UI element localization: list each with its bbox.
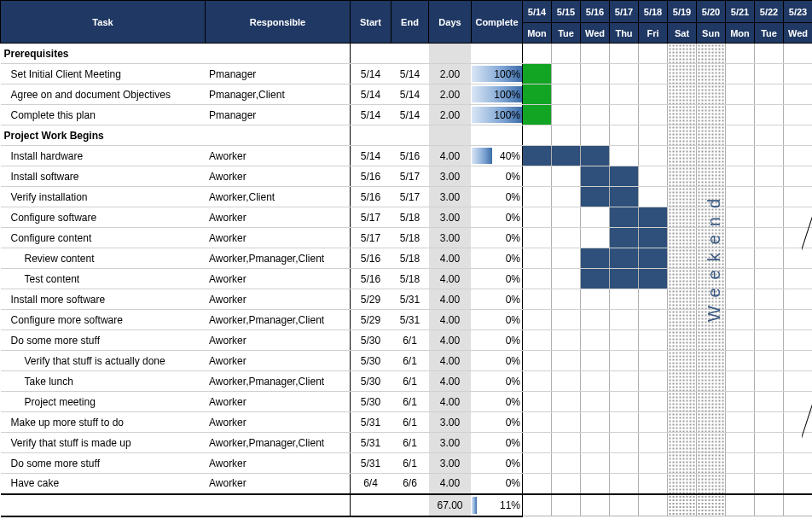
col-dow[interactable]: Wed [581, 23, 610, 44]
gantt-cell[interactable] [523, 64, 552, 85]
col-end[interactable]: End [392, 1, 429, 44]
gantt-cell[interactable] [581, 85, 610, 105]
gantt-cell[interactable] [552, 453, 581, 474]
gantt-cell[interactable] [726, 412, 755, 433]
gantt-cell[interactable] [610, 310, 639, 330]
gantt-cell[interactable] [726, 105, 755, 125]
gantt-cell[interactable] [784, 125, 813, 146]
task-days[interactable]: 4.00 [429, 330, 472, 351]
gantt-cell[interactable] [523, 330, 552, 351]
gantt-cell[interactable] [610, 433, 639, 453]
task-days[interactable]: 4.00 [429, 351, 472, 371]
task-end[interactable]: 5/18 [392, 228, 429, 248]
gantt-cell[interactable] [784, 228, 813, 248]
gantt-cell[interactable] [755, 44, 784, 64]
col-task[interactable]: Task [1, 1, 206, 44]
gantt-cell[interactable] [726, 433, 755, 453]
task-start[interactable]: 5/16 [351, 269, 392, 289]
gantt-cell[interactable] [668, 44, 697, 64]
task-start[interactable]: 5/30 [351, 351, 392, 371]
task-end[interactable]: 5/18 [392, 248, 429, 269]
task-end[interactable]: 6/1 [392, 453, 429, 474]
gantt-cell[interactable] [610, 474, 639, 494]
gantt-cell[interactable] [668, 125, 697, 146]
gantt-cell[interactable] [784, 351, 813, 371]
gantt-cell[interactable] [581, 371, 610, 392]
task-name[interactable]: Verify that stuff is made up [1, 433, 206, 453]
col-date[interactable]: 5/14 [523, 1, 552, 23]
gantt-cell[interactable] [755, 371, 784, 392]
gantt-cell[interactable] [726, 146, 755, 166]
gantt-cell[interactable] [639, 44, 668, 64]
gantt-cell[interactable] [726, 269, 755, 289]
task-start[interactable]: 5/14 [351, 105, 392, 125]
gantt-cell[interactable] [552, 474, 581, 494]
gantt-cell[interactable] [639, 412, 668, 433]
task-end[interactable]: 5/17 [392, 166, 429, 187]
col-dow[interactable]: Thu [610, 23, 639, 44]
gantt-cell[interactable] [581, 64, 610, 85]
gantt-cell[interactable] [697, 64, 726, 85]
col-date[interactable]: 5/15 [552, 1, 581, 23]
gantt-cell[interactable] [523, 166, 552, 187]
gantt-cell[interactable] [755, 228, 784, 248]
gantt-cell[interactable] [726, 207, 755, 228]
gantt-cell[interactable] [552, 146, 581, 166]
gantt-cell[interactable] [639, 392, 668, 412]
gantt-cell[interactable] [610, 125, 639, 146]
gantt-cell[interactable] [523, 412, 552, 433]
gantt-cell[interactable] [668, 146, 697, 166]
col-days[interactable]: Days [429, 1, 472, 44]
task-complete[interactable]: 0% [472, 166, 523, 187]
gantt-cell[interactable] [581, 166, 610, 187]
gantt-cell[interactable] [610, 44, 639, 64]
gantt-cell[interactable] [697, 269, 726, 289]
gantt-cell[interactable] [639, 64, 668, 85]
task-complete[interactable]: 0% [472, 310, 523, 330]
task-days[interactable]: 3.00 [429, 453, 472, 474]
gantt-cell[interactable] [697, 44, 726, 64]
task-name[interactable]: Make up more stuff to do [1, 412, 206, 433]
gantt-cell[interactable] [697, 474, 726, 494]
task-name[interactable]: Take lunch [1, 371, 206, 392]
gantt-cell[interactable] [784, 269, 813, 289]
gantt-cell[interactable] [755, 105, 784, 125]
task-start[interactable]: 6/4 [351, 474, 392, 494]
task-responsible[interactable]: Aworker [206, 351, 351, 371]
task-responsible[interactable]: Aworker [206, 269, 351, 289]
gantt-cell[interactable] [755, 412, 784, 433]
col-dow[interactable]: Mon [726, 23, 755, 44]
col-date[interactable]: 5/23 [784, 1, 813, 23]
task-name[interactable]: Verify installation [1, 187, 206, 207]
gantt-cell[interactable] [697, 228, 726, 248]
gantt-cell[interactable] [697, 289, 726, 310]
gantt-cell[interactable] [610, 453, 639, 474]
gantt-cell[interactable] [552, 289, 581, 310]
task-name[interactable]: Review content [1, 248, 206, 269]
gantt-cell[interactable] [726, 187, 755, 207]
task-end[interactable]: 5/18 [392, 207, 429, 228]
gantt-cell[interactable] [726, 371, 755, 392]
gantt-cell[interactable] [552, 433, 581, 453]
col-dow[interactable]: Tue [552, 23, 581, 44]
task-days[interactable]: 3.00 [429, 187, 472, 207]
task-days[interactable]: 3.00 [429, 412, 472, 433]
task-start[interactable]: 5/29 [351, 289, 392, 310]
task-end[interactable]: 6/1 [392, 433, 429, 453]
gantt-cell[interactable] [668, 310, 697, 330]
task-responsible[interactable]: Aworker,Pmanager,Client [206, 371, 351, 392]
task-end[interactable]: 5/14 [392, 85, 429, 105]
gantt-cell[interactable] [581, 453, 610, 474]
gantt-cell[interactable] [639, 187, 668, 207]
gantt-cell[interactable] [639, 310, 668, 330]
task-end[interactable]: 6/1 [392, 412, 429, 433]
gantt-cell[interactable] [784, 474, 813, 494]
gantt-cell[interactable] [523, 187, 552, 207]
gantt-cell[interactable] [610, 248, 639, 269]
gantt-cell[interactable] [523, 146, 552, 166]
gantt-cell[interactable] [639, 351, 668, 371]
gantt-cell[interactable] [639, 433, 668, 453]
col-dow[interactable]: Fri [639, 23, 668, 44]
task-end[interactable]: 5/17 [392, 187, 429, 207]
task-start[interactable]: 5/14 [351, 146, 392, 166]
